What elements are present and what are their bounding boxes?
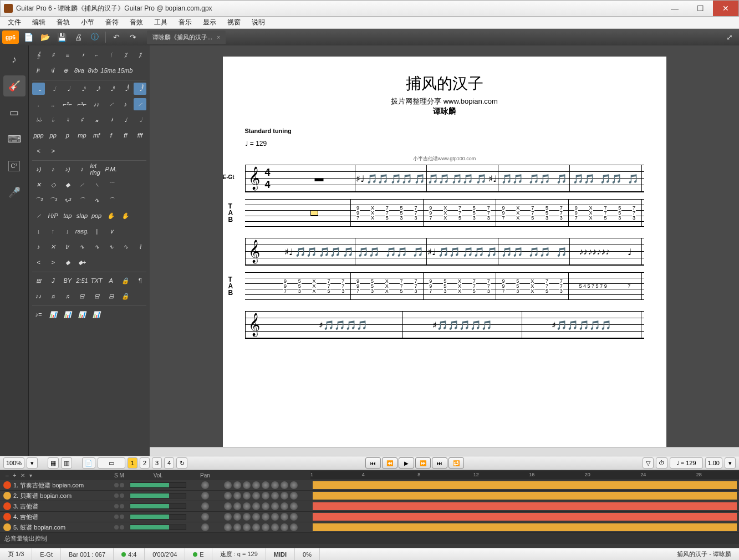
window-title: Guitar Pro 6 - 谭咏麟《捕风的汉子》Guitar Pro @ bo… [16,4,662,13]
rewind-icon[interactable]: ⏪ [382,457,397,469]
track-header: –+✕▾ S M Vol. Pan 1 4 8 12 16 20 24 28 [0,470,739,480]
tempo-label: ♩ = 129 [245,140,644,147]
forward-icon[interactable]: ⏩ [415,457,431,469]
staff-system-3: 𝄞 ♯🎵🎵🎵🎵 ♯🎵🎵🎵🎵🎵 ♯🎵🎵🎵🎵🎵 [245,311,644,339]
metronome-icon[interactable]: ▽ [643,457,654,469]
treble-clef-icon: 𝄞 [248,166,260,190]
staff-notation[interactable]: E-Gt 𝄞 44 ▬ ♯♩🎵🎵🎵🎵🎵 🎵🎵🎵🎵🎵♯♩ 🎵🎵🎵🎵🎵 🎵🎵🎵🎵🎵 [245,165,644,192]
zoom-down-icon[interactable]: ▾ [27,457,38,469]
edit-panel: 𝄞♯≡𝄽⌐𝄀⁒⁒ 𝄆𝄇⊕8va8vb15ma15mb 𝅝𝅗𝅥𝅘𝅥𝅘𝅥𝅮𝅘𝅥𝅯𝅘𝅥… [29,45,150,456]
effects-mode-icon[interactable]: ▭ [3,102,26,123]
score-wrap: 捕风的汉子 拨片网整理分享 www.bopian.com 谭咏麟 Standar… [150,45,739,456]
page-2-button[interactable]: 2 [140,457,150,469]
fullscreen-icon[interactable]: ⤢ [722,30,737,44]
song-title: 捕风的汉子 [245,73,644,94]
page-1-button[interactable]: 1 [128,457,137,469]
edit-row-dyn: ppppppmpmfffffff [32,129,146,141]
left-sidebar: ♪ 🎸 ▭ ⌨ C⁷ 🎤 [0,45,29,456]
maximize-button[interactable]: ☐ [687,1,713,16]
edit-row-auto: ♪=📊📊📊📊 [32,308,146,320]
menu-track[interactable]: 音轨 [51,17,75,28]
song-artist: 谭咏麟 [245,106,644,116]
menu-tools[interactable]: 工具 [149,17,173,28]
edit-row-tap: ⟋H/Ptapslappop✋✋ [32,210,146,222]
edit-row-grace: ♪)♪♪)♪let ringP.M. [32,163,146,175]
info-icon[interactable]: ⓘ [88,30,102,44]
edit-row-accent: <>◆◆+ [32,256,146,268]
track-row[interactable]: 4. 吉他谱 [0,512,739,522]
redo-icon[interactable]: ↷ [126,30,140,44]
score-scroll[interactable]: 捕风的汉子 拨片网整理分享 www.bopian.com 谭咏麟 Standar… [150,45,739,447]
main-toolbar: gp6 📄 📂 💾 🖨 ⓘ ↶ ↷ 谭咏麟《捕风的汉子... × ⤢ [0,29,739,45]
tab-label: 谭咏麟《捕风的汉子... [152,33,212,42]
print-icon[interactable]: 🖨 [71,30,85,44]
zoom-select[interactable]: 100% [3,457,24,469]
bottom-toolbar: 100% ▾ ▦ ▥ 📄 ▭ 1 2 3 4 ↻ ⏮ ⏪ ▶ ⏩ ⏭ 🔁 ▽ ⏱… [0,456,739,470]
treble-clef-icon: 𝄞 [248,313,260,336]
save-icon[interactable]: 💾 [54,30,69,44]
edit-row-chord: ♪♪♬♬⊟⊟⊟🔒 [32,290,146,302]
gp6-logo[interactable]: gp6 [2,30,19,44]
view-mode-icon[interactable]: 📄 [82,457,95,469]
menu-bar: 文件 编辑 音轨 小节 音符 音效 工具 音乐 显示 视窗 说明 [0,17,739,29]
layout-vertical-icon[interactable]: ▥ [61,457,72,469]
minimize-button[interactable]: — [662,1,687,16]
page-4-button[interactable]: 4 [164,457,174,469]
note-mode-icon[interactable]: ♪ [3,49,26,70]
menu-file[interactable]: 文件 [2,17,27,28]
staff-notation[interactable]: 𝄞 ♯🎵🎵🎵🎵 ♯🎵🎵🎵🎵🎵 ♯🎵🎵🎵🎵🎵 [245,311,644,339]
credit-label: 小半吉他谱www.gtp100.com [245,155,644,162]
menu-view[interactable]: 显示 [197,17,222,28]
tempo-display[interactable]: ♩ = 129 [670,457,703,469]
new-file-icon[interactable]: 📄 [21,30,35,44]
track-row[interactable]: 3. 吉他谱 [0,501,739,512]
mic-mode-icon[interactable]: 🎤 [3,182,26,203]
menu-edit[interactable]: 编辑 [27,17,51,28]
first-icon[interactable]: ⏮ [365,457,381,469]
countdown-icon[interactable]: ⏱ [656,457,667,469]
last-icon[interactable]: ⏭ [432,457,447,469]
tab-staff[interactable]: TAB 997553XXX775773 997553XXX775773 9975… [245,272,644,300]
track-row[interactable]: 2. 贝斯谱 bopian.com [0,491,739,501]
menu-music[interactable]: 音乐 [173,17,197,28]
play-icon[interactable]: ▶ [399,457,414,469]
status-page: 页 1/3 [0,548,32,560]
staff-system-1: E-Gt 𝄞 44 ▬ ♯♩🎵🎵🎵🎵🎵 🎵🎵🎵🎵🎵♯♩ 🎵🎵🎵🎵🎵 🎵🎵🎵🎵🎵 [245,165,644,227]
menu-bar-item[interactable]: 小节 [75,17,100,28]
status-bar: 页 1/3 E-Gt Bar 001 : 067 4:4 0'00/2'04 E… [0,548,739,560]
open-file-icon[interactable]: 📂 [38,30,52,44]
view-slider[interactable]: ▭ [98,457,125,469]
layout-horizontal-icon[interactable]: ▦ [48,457,59,469]
time-signature: 44 [265,166,271,191]
menu-effect[interactable]: 音效 [124,17,149,28]
speed-display[interactable]: 1.00 [705,457,722,469]
close-button[interactable]: ✕ [713,1,738,16]
document-tab[interactable]: 谭咏麟《捕风的汉子... × [147,30,226,44]
edit-row-repeat: 𝄆𝄇⊕8va8vb15ma15mb [32,64,146,77]
track-row[interactable]: 5. 鼓谱 bopian.com [0,522,739,533]
chord-mode-icon[interactable]: C⁷ [3,155,26,176]
song-subtitle: 拨片网整理分享 www.bopian.com [245,96,644,106]
track-row[interactable]: 1. 节奏吉他谱 bopian.com [0,480,739,491]
guitar-mode-icon[interactable]: 🎸 [3,75,26,96]
horizontal-scrollbar[interactable] [150,447,739,456]
menu-help[interactable]: 说明 [246,17,271,28]
keyboard-mode-icon[interactable]: ⌨ [3,129,26,150]
page-3-button[interactable]: 3 [152,457,162,469]
tab-staff[interactable]: TAB 997XXX775553773 997XXX775553773 997X… [245,199,644,227]
master-track[interactable]: 总音量输出控制 [0,533,739,544]
status-midi: MIDI [266,548,295,560]
tab-close-icon[interactable]: × [217,34,220,40]
undo-icon[interactable]: ↶ [109,30,124,44]
status-song: 捕风的汉子 - 谭咏麟 [669,548,739,560]
loop-icon[interactable]: 🔁 [449,457,464,469]
speed-down-icon[interactable]: ▾ [725,457,736,469]
app-icon [4,4,13,13]
menu-note[interactable]: 音符 [100,17,124,28]
staff-notation[interactable]: 𝄞 ♯♩🎵🎵🎵🎵🎵 🎵🎵🎵🎵🎵 ♯♩🎵🎵🎵🎵🎵 🎵🎵🎵🎵🎵 ♪♪♪♪♪♪♪♩ [245,238,644,266]
edit-row-dot: ...⌐³⌐⌐³⌐♪♪⟋♪⟋ [32,98,146,110]
edit-row-clef: 𝄞♯≡𝄽⌐𝄀⁒⁒ [32,49,146,61]
refresh-icon[interactable]: ↻ [176,457,187,469]
menu-window[interactable]: 视窗 [222,17,246,28]
status-time: 0'00/2'04 [145,548,185,560]
